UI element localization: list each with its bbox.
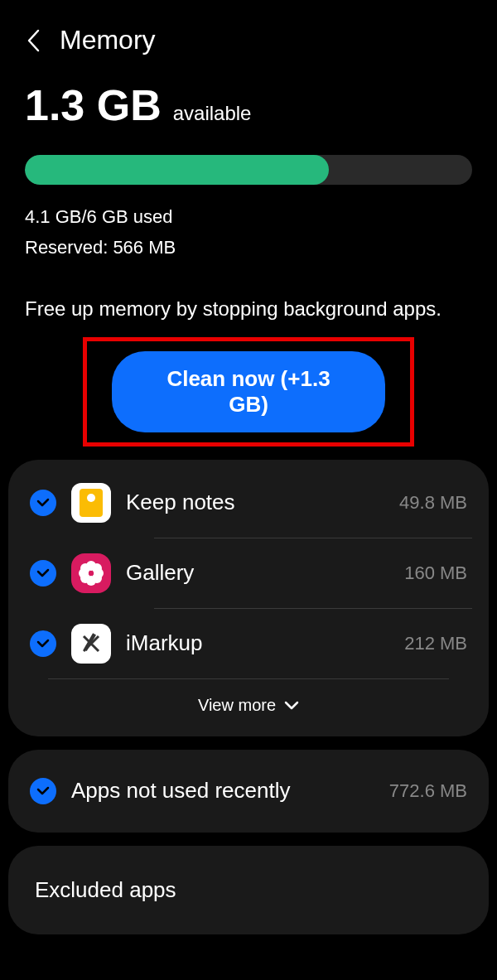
memory-progress-bar bbox=[25, 155, 472, 185]
highlight-box: Clean now (+1.3 GB) bbox=[83, 337, 414, 447]
hint-text: Free up memory by stopping background ap… bbox=[0, 266, 497, 337]
excluded-apps-label: Excluded apps bbox=[25, 854, 472, 926]
app-name: Keep notes bbox=[126, 490, 384, 515]
checkbox-imarkup[interactable] bbox=[30, 630, 56, 657]
checkbox-keep-notes[interactable] bbox=[30, 490, 56, 516]
back-icon[interactable] bbox=[23, 31, 43, 51]
gallery-icon bbox=[71, 553, 111, 593]
page-title: Memory bbox=[60, 25, 156, 56]
not-used-label: Apps not used recently bbox=[71, 778, 374, 804]
header: Memory bbox=[0, 0, 497, 72]
checkbox-gallery[interactable] bbox=[30, 560, 56, 587]
app-size: 49.8 MB bbox=[399, 492, 467, 514]
view-more-label: View more bbox=[198, 696, 276, 715]
app-size: 160 MB bbox=[404, 562, 467, 584]
keep-notes-icon bbox=[71, 483, 111, 523]
memory-summary: 1.3 GB available 4.1 GB/6 GB used Reserv… bbox=[0, 72, 497, 261]
app-row-imarkup[interactable]: iMarkup 212 MB bbox=[25, 609, 472, 678]
app-row-keep-notes[interactable]: Keep notes 49.8 MB bbox=[25, 468, 472, 538]
available-label: available bbox=[173, 102, 252, 125]
view-more-button[interactable]: View more bbox=[25, 679, 472, 728]
clean-now-button[interactable]: Clean now (+1.3 GB) bbox=[112, 351, 385, 432]
not-used-card[interactable]: Apps not used recently 772.6 MB bbox=[8, 750, 489, 833]
app-row-gallery[interactable]: Gallery 160 MB bbox=[25, 538, 472, 608]
excluded-apps-card[interactable]: Excluded apps bbox=[8, 846, 489, 934]
memory-progress-fill bbox=[25, 155, 329, 185]
not-used-size: 772.6 MB bbox=[389, 780, 467, 802]
checkbox-not-used[interactable] bbox=[30, 778, 56, 804]
usage-text: 4.1 GB/6 GB used bbox=[25, 205, 472, 230]
app-name: Gallery bbox=[126, 560, 389, 586]
available-value: 1.3 GB bbox=[25, 80, 162, 130]
chevron-down-icon bbox=[284, 696, 299, 715]
app-size: 212 MB bbox=[404, 633, 467, 654]
imarkup-icon bbox=[71, 624, 111, 664]
reserved-text: Reserved: 566 MB bbox=[25, 235, 472, 261]
available-memory: 1.3 GB available bbox=[25, 80, 472, 130]
apps-card: Keep notes 49.8 MB Gallery 160 MB iMarku… bbox=[8, 460, 489, 736]
app-name: iMarkup bbox=[126, 630, 389, 656]
